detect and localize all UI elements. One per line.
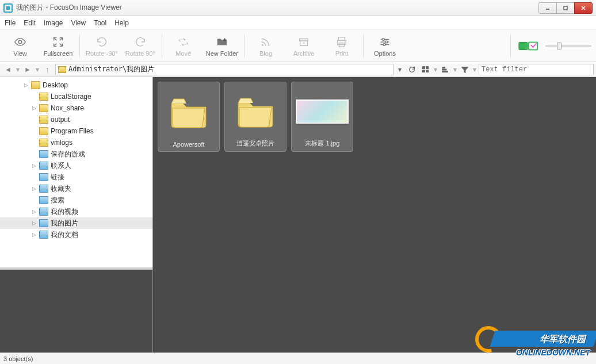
- image-thumbnail: [295, 86, 349, 137]
- svg-point-16: [385, 41, 388, 43]
- archive-icon: [297, 35, 310, 49]
- maximize-button[interactable]: [556, 2, 575, 14]
- svg-point-15: [382, 38, 384, 40]
- tree-item[interactable]: 搜索: [0, 194, 152, 206]
- svg-point-4: [18, 40, 22, 44]
- menu-tool[interactable]: Tool: [94, 19, 106, 27]
- filter-button[interactable]: [459, 64, 471, 75]
- expand-arrow-icon[interactable]: ▷: [32, 209, 39, 214]
- tree-item-label: 我的文档: [51, 230, 78, 240]
- expand-arrow-icon[interactable]: ▷: [32, 232, 39, 237]
- expand-arrow-icon[interactable]: ▷: [32, 105, 39, 111]
- tree-item[interactable]: ▷收藏夹: [0, 183, 152, 194]
- svg-rect-23: [426, 70, 429, 72]
- left-panel: ▷DesktopLocalStorage▷Nox_shareoutputProg…: [0, 77, 153, 352]
- content-pane[interactable]: Apowersoft逍遥安卓照片未标题-1.jpg: [153, 77, 596, 352]
- svg-rect-26: [442, 71, 448, 72]
- expand-arrow-icon[interactable]: ▷: [32, 186, 39, 191]
- menu-image[interactable]: Image: [44, 19, 63, 27]
- menu-file[interactable]: File: [5, 19, 16, 27]
- archive-button[interactable]: Archive: [288, 32, 319, 60]
- special-folder-icon: [39, 231, 48, 239]
- folder-item[interactable]: 逍遥安卓照片: [224, 82, 286, 152]
- special-folder-icon: [39, 162, 48, 170]
- nav-back-button[interactable]: ◄: [2, 64, 14, 75]
- tree-item[interactable]: ▷我的图片: [0, 217, 152, 229]
- svg-point-17: [383, 43, 385, 45]
- path-dropdown[interactable]: ▾: [396, 66, 404, 74]
- separator: [510, 35, 511, 58]
- print-button[interactable]: Print: [326, 32, 357, 60]
- move-icon: [177, 35, 190, 49]
- address-bar: ◄ ▾ ► ▾ ↑ Administrator\我的图片 ▾ ▾ ▾ ▾: [0, 62, 596, 77]
- fullscreen-button[interactable]: Fullscreen: [43, 32, 74, 60]
- refresh-button[interactable]: [406, 64, 418, 75]
- folder-icon: [228, 86, 282, 137]
- status-text: 3 object(s): [3, 355, 33, 362]
- tree-item[interactable]: ▷Nox_share: [0, 102, 152, 114]
- dual-pane-icon[interactable]: [517, 37, 541, 55]
- view-mode-button[interactable]: [420, 64, 431, 75]
- svg-rect-1: [564, 6, 567, 10]
- tree-item[interactable]: LocalStorage: [0, 91, 152, 102]
- slider-thumb[interactable]: [557, 43, 561, 49]
- app-icon: [3, 3, 13, 13]
- tree-item[interactable]: ▷我的视频: [0, 206, 152, 217]
- close-button[interactable]: [574, 2, 593, 14]
- expand-arrow-icon[interactable]: ▷: [32, 163, 39, 168]
- tree-item[interactable]: output: [0, 114, 152, 125]
- nav-up-button[interactable]: ↑: [41, 64, 53, 75]
- new-folder-button[interactable]: New Folder: [206, 32, 238, 60]
- menu-view[interactable]: View: [71, 19, 86, 27]
- tree-item[interactable]: ▷我的文档: [0, 229, 152, 240]
- item-caption: 逍遥安卓照片: [228, 139, 282, 148]
- tree-item-label: vmlogs: [51, 139, 72, 147]
- svg-rect-20: [423, 66, 425, 68]
- folder-icon: [39, 127, 48, 135]
- rotate-right-button[interactable]: Rotate 90°: [125, 32, 156, 60]
- expand-arrow-icon[interactable]: ▷: [24, 82, 31, 88]
- tree-item-label: 我的视频: [51, 207, 78, 217]
- tree-item[interactable]: vmlogs: [0, 137, 152, 148]
- folder-icon: [162, 86, 216, 139]
- path-input[interactable]: Administrator\我的图片: [55, 64, 393, 75]
- tree-item[interactable]: Program Files: [0, 125, 152, 137]
- text-filter-input[interactable]: [479, 64, 594, 75]
- sort-button[interactable]: [440, 64, 451, 75]
- zoom-slider[interactable]: [545, 45, 591, 47]
- tree-item-label: 链接: [51, 173, 64, 182]
- status-bar: 3 object(s): [0, 352, 596, 364]
- tree-item[interactable]: 链接: [0, 171, 152, 183]
- folder-tree[interactable]: ▷DesktopLocalStorage▷Nox_shareoutputProg…: [0, 77, 152, 267]
- titlebar: 我的图片 - FocusOn Image Viewer: [0, 0, 596, 16]
- window-controls: [539, 2, 593, 14]
- nav-forward-button[interactable]: ►: [22, 64, 33, 75]
- special-folder-icon: [39, 150, 48, 158]
- folder-icon: [39, 139, 48, 147]
- tree-item-label: Nox_share: [51, 104, 84, 112]
- path-text: Administrator\我的图片: [68, 64, 154, 74]
- new-folder-icon: [216, 35, 228, 49]
- svg-rect-24: [442, 67, 445, 68]
- move-button[interactable]: Move: [168, 32, 199, 60]
- minimize-button[interactable]: [538, 2, 557, 14]
- svg-rect-18: [519, 42, 528, 49]
- folder-icon: [39, 116, 48, 124]
- folder-item[interactable]: Apowersoft: [158, 82, 220, 152]
- expand-arrow-icon[interactable]: ▷: [32, 220, 39, 226]
- view-button[interactable]: View: [5, 32, 36, 60]
- tree-item[interactable]: 保存的游戏: [0, 148, 152, 160]
- tree-item[interactable]: ▷Desktop: [0, 79, 152, 91]
- tree-item-label: LocalStorage: [51, 93, 91, 101]
- menu-help[interactable]: Help: [114, 19, 129, 27]
- image-item[interactable]: 未标题-1.jpg: [291, 82, 353, 152]
- menu-edit[interactable]: Edit: [24, 19, 36, 27]
- blog-button[interactable]: Blog: [250, 32, 281, 60]
- tree-item-label: 保存的游戏: [51, 150, 85, 159]
- options-button[interactable]: Options: [369, 32, 400, 60]
- rss-icon: [259, 35, 272, 49]
- tree-item[interactable]: ▷联系人: [0, 160, 152, 171]
- preview-pane: [0, 267, 152, 352]
- tree-item-label: output: [51, 116, 70, 124]
- rotate-left-button[interactable]: Rotate -90°: [86, 32, 118, 60]
